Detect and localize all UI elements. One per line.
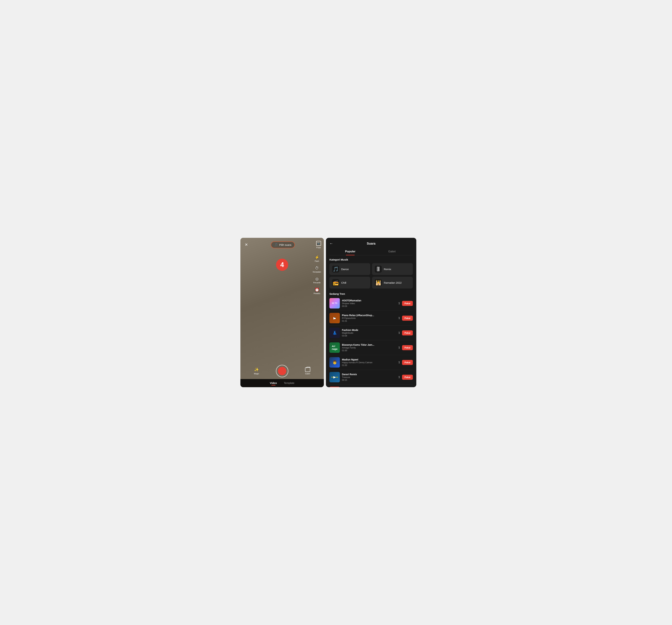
thumb-image: Arinaga: [329, 342, 340, 353]
ramadan-icon: 🕌: [375, 279, 382, 286]
flash-label: Flash: [315, 260, 319, 262]
suara-title: Suara: [367, 242, 376, 246]
track-name: Piano Relax (#RacunShop...: [342, 314, 395, 317]
percantik-button[interactable]: ◎ Percantik: [313, 277, 321, 284]
record-inner: [278, 367, 286, 375]
track-info: Piano Relax (#RacunShop... RYOpianoforte…: [342, 314, 395, 322]
thumb-image: 🛍: [329, 387, 340, 387]
flash-button[interactable]: ⚡ Flash: [313, 255, 321, 262]
track-artist: RYOpianoforte: [342, 317, 395, 320]
track-thumbnail: 👨: [329, 357, 340, 368]
suara-panel: ← Suara Populer Galeri Kategori Musik 🎵 …: [326, 238, 416, 387]
track-item: 🎹 Piano Relax (#RacunShop... RYOpianofor…: [329, 311, 413, 326]
track-artist: Treasure: [342, 376, 395, 378]
track-name: #OOTDRamadan: [342, 299, 395, 302]
pewaktu-button[interactable]: ⏰ Pewaktu: [313, 288, 321, 295]
camera-flip-icon: 📷: [316, 241, 321, 246]
speed-icon: ⏱: [315, 266, 319, 271]
track-thumbnail: Arinaga: [329, 342, 340, 353]
magic-icon: ✨: [254, 367, 259, 372]
thumb-image: 👗: [329, 328, 340, 338]
category-ramadan[interactable]: 🕌 Ramadan 2022: [372, 277, 413, 289]
cut-icon[interactable]: ✂: [397, 346, 401, 349]
cut-icon[interactable]: ✂: [397, 317, 401, 320]
pilih-suara-label: Pilih suara: [279, 243, 291, 246]
kecepatan-label: Kecepatan: [313, 271, 321, 273]
track-artist: Arinaga Family: [342, 347, 395, 349]
track-item: NC TO #OOTDRamadan Shopee Video 00:09 ✂ …: [329, 296, 413, 311]
cut-icon[interactable]: ✂: [397, 302, 401, 305]
track-name: Fashion Mode: [342, 329, 395, 331]
galeri-label: Galeri: [305, 373, 310, 375]
category-chill[interactable]: 📻 Chill: [329, 277, 370, 289]
track-info: Darari Remix Treasure 00:15: [342, 373, 395, 381]
camera-bottom: ✨ Magic Galeri Video Template: [240, 361, 324, 387]
cut-icon[interactable]: ✂: [397, 332, 401, 334]
magic-button[interactable]: ✨ Magic: [254, 367, 259, 375]
track-info: Biasanya Kamu Tidur Jam... Arinaga Famil…: [342, 344, 395, 352]
remix-icon: 🎛: [375, 266, 382, 273]
putar-label: Putar: [316, 247, 321, 249]
cut-icon[interactable]: ✂: [397, 361, 401, 364]
track-item: Arinaga Biasanya Kamu Tidur Jam... Arina…: [329, 340, 413, 355]
flash-icon: ⚡: [315, 255, 319, 260]
track-thumbnail: 👗: [329, 328, 340, 338]
beautify-icon: ◎: [315, 277, 319, 281]
track-thumbnail: TREASURE: [329, 372, 340, 382]
category-remix[interactable]: 🎛 Remix: [372, 263, 413, 275]
pakai-button[interactable]: Pakai: [402, 316, 413, 321]
back-button[interactable]: ←: [329, 241, 335, 246]
pakai-button[interactable]: Pakai: [402, 375, 413, 380]
thumb-image: TREASURE: [329, 372, 340, 382]
track-thumbnail: 🛍: [329, 387, 340, 387]
track-duration: 03:08: [342, 334, 395, 337]
trending-section-title: Sedang Tren: [329, 292, 413, 295]
thumb-image: NC TO: [329, 298, 340, 308]
pakai-button[interactable]: Pakai: [402, 345, 413, 350]
track-name: Madiun Ngawi: [342, 358, 395, 361]
step-badge: 4: [276, 259, 288, 271]
remix-label: Remix: [384, 268, 391, 271]
pakai-button[interactable]: Pakai: [402, 360, 413, 365]
track-name: Biasanya Kamu Tidur Jam...: [342, 344, 395, 346]
track-duration: 00:09: [342, 305, 395, 307]
galeri-button[interactable]: Galeri: [305, 367, 310, 375]
kategori-section-title: Kategori Musik: [329, 258, 413, 261]
pakai-button[interactable]: Pakai: [402, 330, 413, 335]
dance-icon: 🎵: [332, 266, 339, 273]
tab-galeri[interactable]: Galeri: [371, 248, 413, 255]
track-actions: ✂ Pakai: [398, 316, 413, 321]
trending-section: Sedang Tren NC TO #OOTDRamadan Shopee Vi…: [329, 292, 413, 387]
dance-label: Dance: [341, 268, 349, 271]
pakai-button[interactable]: Pakai: [402, 301, 413, 306]
track-duration: 01:00: [342, 349, 395, 352]
track-info: #OOTDRamadan Shopee Video 00:09: [342, 299, 395, 307]
tab-video[interactable]: Video: [270, 381, 277, 384]
track-duration: 00:15: [342, 379, 395, 381]
track-item: TREASURE Darari Remix Treasure 00:15 ✂ P…: [329, 370, 413, 384]
category-dance[interactable]: 🎵 Dance: [329, 263, 370, 275]
tab-template[interactable]: Template: [284, 381, 294, 384]
track-duration: 01:00: [342, 364, 395, 367]
music-icon: 🎵: [274, 243, 278, 247]
track-info: Madiun Ngawi Happy Asmara Ft Denny Cakna…: [342, 358, 395, 367]
suara-content: Kategori Musik 🎵 Dance 🎛 Remix 📻 Chill 🕌…: [326, 255, 416, 387]
record-button[interactable]: [276, 365, 288, 377]
cut-icon[interactable]: ✂: [397, 376, 401, 378]
track-name: Darari Remix: [342, 373, 395, 376]
track-actions: ✂ Pakai: [398, 360, 413, 365]
ramadan-label: Ramadan 2022: [384, 281, 402, 284]
pewaktu-label: Pewaktu: [314, 293, 320, 295]
pilih-suara-button[interactable]: 🎵 Pilih suara: [271, 242, 295, 248]
track-thumbnail: NC TO: [329, 298, 340, 308]
close-button[interactable]: ✕: [243, 242, 249, 248]
track-item: 🛍 #GaraGaraShopee: [329, 384, 413, 387]
camera-controls: ✨ Magic Galeri: [240, 361, 324, 379]
timer-icon: ⏰: [315, 288, 319, 292]
track-actions: ✂ Pakai: [398, 301, 413, 306]
putar-button[interactable]: 📷 Putar: [316, 241, 321, 249]
kecepatan-button[interactable]: ⏱ Kecepatan: [313, 266, 321, 273]
tab-populer[interactable]: Populer: [329, 248, 371, 255]
track-thumbnail: 🎹: [329, 313, 340, 323]
chill-label: Chill: [341, 281, 346, 284]
